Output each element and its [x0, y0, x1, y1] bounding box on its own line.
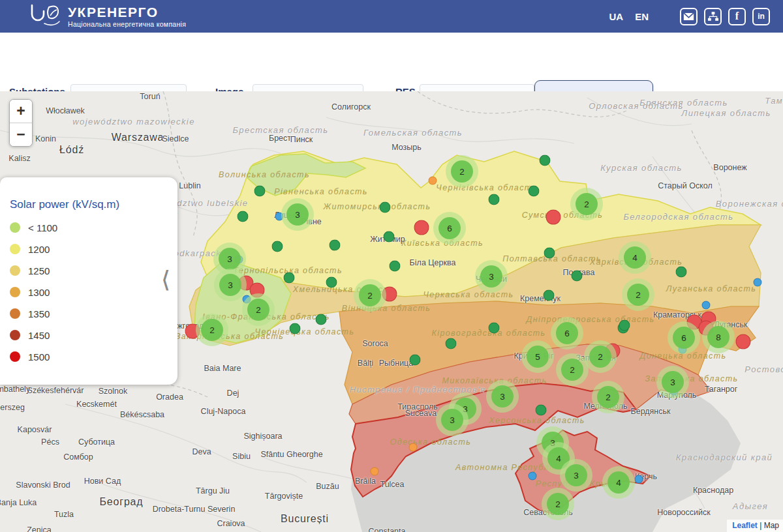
- marker-cluster-count: 5: [527, 346, 549, 368]
- substation-marker-green[interactable]: [536, 405, 547, 416]
- substation-marker-orange[interactable]: [429, 177, 437, 185]
- substation-marker-green[interactable]: [676, 267, 687, 278]
- zoom-out-button[interactable]: −: [10, 123, 32, 146]
- substation-marker-red[interactable]: [736, 334, 751, 349]
- substation-marker-blue[interactable]: [702, 301, 711, 310]
- legend-label: 1350: [28, 308, 50, 319]
- facebook-icon[interactable]: f: [728, 8, 746, 25]
- marker-cluster[interactable]: 6: [551, 317, 583, 349]
- marker-cluster-count: 3: [480, 265, 502, 288]
- marker-cluster-count: 2: [201, 319, 223, 341]
- marker-cluster[interactable]: 2: [570, 188, 603, 220]
- leaflet-link[interactable]: Leaflet: [732, 521, 758, 530]
- legend-label: 1300: [28, 287, 50, 298]
- substation-marker-green[interactable]: [390, 261, 401, 272]
- map-canvas[interactable]: Волинська областьРівненська областьЖитом…: [0, 91, 783, 532]
- marker-cluster-count: 2: [589, 346, 611, 368]
- marker-cluster-count: 6: [673, 327, 695, 349]
- marker-cluster-count: 3: [565, 464, 587, 486]
- sitemap-icon[interactable]: [704, 8, 722, 25]
- substation-marker-orange[interactable]: [409, 443, 418, 452]
- brand-text: УКРЕНЕРГО Національна енергетична компан…: [68, 5, 186, 28]
- legend-collapse-chevron-icon[interactable]: ❮: [162, 266, 170, 291]
- substation-marker-green[interactable]: [489, 323, 500, 334]
- legend-item: 1350: [10, 308, 177, 319]
- substation-marker-blue[interactable]: [529, 472, 537, 480]
- marker-cluster[interactable]: 2: [622, 278, 654, 311]
- substation-marker-green[interactable]: [272, 241, 283, 252]
- marker-cluster[interactable]: 2: [542, 488, 574, 520]
- attribution-separator: |: [758, 521, 764, 530]
- substation-marker-red[interactable]: [414, 220, 429, 235]
- marker-cluster[interactable]: 2: [242, 293, 275, 326]
- marker-cluster[interactable]: 2: [584, 340, 617, 373]
- marker-cluster[interactable]: 2: [196, 314, 228, 346]
- mail-icon[interactable]: [680, 8, 698, 25]
- substation-marker-green[interactable]: [380, 202, 391, 213]
- legend-swatch-icon: [10, 287, 20, 297]
- substation-marker-green[interactable]: [326, 277, 337, 288]
- substation-marker-green[interactable]: [238, 211, 249, 222]
- ukrenergo-logo-icon: [29, 3, 63, 29]
- marker-cluster-count: 3: [662, 371, 684, 393]
- marker-cluster[interactable]: 4: [602, 466, 635, 499]
- substation-marker-green[interactable]: [410, 355, 421, 366]
- legend-item: 1250: [10, 265, 177, 276]
- substation-marker-green[interactable]: [254, 186, 266, 197]
- marker-cluster-count: 2: [561, 359, 583, 381]
- substation-marker-green[interactable]: [572, 271, 583, 282]
- attribution-text: Map: [764, 521, 779, 530]
- marker-cluster[interactable]: 6: [668, 321, 700, 354]
- substation-marker-green[interactable]: [330, 240, 341, 251]
- substation-marker-green[interactable]: [529, 186, 540, 197]
- substation-marker-green[interactable]: [284, 273, 295, 284]
- substation-marker-green[interactable]: [619, 320, 630, 331]
- legend-label: 1500: [28, 351, 50, 362]
- marker-cluster[interactable]: 2: [556, 353, 589, 386]
- substation-marker-blue[interactable]: [635, 475, 643, 484]
- substation-marker-green[interactable]: [316, 314, 327, 325]
- legend-label: < 1100: [28, 222, 57, 233]
- legend-panel: Solar power (kV/sq.m) < 1100120012501300…: [0, 177, 177, 385]
- brand-tagline: Національна енергетична компанія: [68, 20, 186, 28]
- lang-ua-link[interactable]: UA: [609, 11, 623, 22]
- legend-item: 1200: [10, 244, 177, 254]
- marker-cluster-count: 8: [707, 326, 729, 348]
- substation-marker-green[interactable]: [544, 290, 555, 301]
- marker-cluster[interactable]: 2: [446, 155, 478, 188]
- zoom-in-button[interactable]: +: [10, 100, 32, 123]
- substation-marker-green[interactable]: [290, 323, 301, 334]
- marker-cluster[interactable]: 8: [702, 321, 735, 353]
- substation-marker-orange[interactable]: [371, 467, 379, 476]
- marker-cluster[interactable]: 3: [436, 404, 468, 436]
- lang-en-link[interactable]: EN: [635, 11, 649, 22]
- marker-cluster[interactable]: 3: [475, 260, 508, 293]
- marker-cluster[interactable]: 3: [486, 380, 519, 413]
- marker-cluster[interactable]: 3: [281, 198, 314, 231]
- substation-marker-red[interactable]: [546, 210, 561, 225]
- marker-cluster[interactable]: 3: [656, 366, 689, 398]
- marker-cluster[interactable]: 3: [214, 269, 247, 301]
- marker-cluster[interactable]: 5: [521, 340, 554, 373]
- legend-item: < 1100: [10, 222, 177, 233]
- marker-cluster-count: 2: [597, 386, 619, 408]
- substation-marker-green[interactable]: [544, 248, 555, 259]
- legend-swatch-icon: [10, 330, 20, 340]
- marker-cluster[interactable]: 3: [560, 459, 592, 492]
- substation-marker-green[interactable]: [489, 194, 500, 205]
- substation-marker-green[interactable]: [540, 155, 551, 166]
- legend-label: 1250: [28, 265, 50, 276]
- legend-label: 1450: [28, 330, 50, 341]
- marker-cluster-count: 2: [547, 493, 569, 515]
- linkedin-icon[interactable]: in: [752, 8, 770, 25]
- substation-marker-green[interactable]: [446, 338, 457, 349]
- marker-cluster[interactable]: 2: [354, 279, 386, 312]
- substation-marker-blue[interactable]: [754, 278, 762, 287]
- header-right: UA EN f in: [609, 8, 776, 25]
- legend-title: Solar power (kV/sq.m): [10, 198, 177, 211]
- legend-swatch-icon: [10, 351, 20, 362]
- substation-marker-green[interactable]: [384, 231, 395, 243]
- marker-cluster[interactable]: 6: [433, 212, 466, 244]
- marker-cluster[interactable]: 2: [592, 381, 624, 413]
- marker-cluster[interactable]: 4: [619, 241, 651, 274]
